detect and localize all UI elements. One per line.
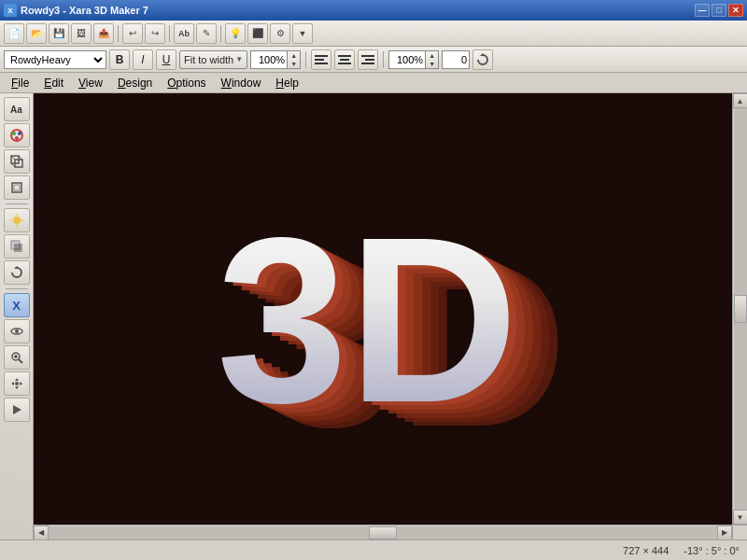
- light1-button[interactable]: 💡: [225, 23, 246, 44]
- zoom1-spin[interactable]: ▲ ▼: [288, 50, 301, 69]
- svg-rect-27: [14, 244, 22, 252]
- svg-point-21: [13, 217, 21, 224]
- light2-button[interactable]: ⬛: [247, 23, 268, 44]
- menu-options[interactable]: Options: [160, 75, 213, 91]
- animate-tool-button[interactable]: [4, 398, 30, 422]
- zoom2-up[interactable]: ▲: [429, 51, 435, 60]
- text-tool-button[interactable]: Aa: [4, 97, 30, 121]
- pan-tool-button[interactable]: [4, 371, 30, 396]
- sep-align: [305, 51, 306, 68]
- svg-marker-36: [15, 386, 19, 389]
- orbit-tool-button[interactable]: [4, 319, 30, 343]
- svg-marker-38: [20, 382, 22, 385]
- zoom2-value: 100%: [397, 54, 423, 65]
- canvas-svg: 3D 3D 3D 3D 3D 3D: [34, 93, 732, 525]
- svg-rect-8: [361, 63, 374, 64]
- sep3: [220, 25, 221, 42]
- zoom1-down[interactable]: ▼: [290, 60, 297, 68]
- menu-edit[interactable]: Edit: [36, 75, 71, 91]
- vscroll-track[interactable]: [734, 108, 747, 510]
- vscroll-up[interactable]: ▲: [733, 93, 748, 108]
- extrude-tool-button[interactable]: [4, 149, 30, 174]
- sep1: [118, 25, 119, 42]
- zoom2-spin[interactable]: ▲ ▼: [426, 50, 439, 69]
- app-icon: X: [4, 4, 17, 17]
- scroll-corner: [732, 525, 747, 539]
- rotate-tool-button[interactable]: [4, 260, 30, 285]
- zoom2-down[interactable]: ▼: [429, 60, 435, 68]
- zoom1-control: 100% ▲ ▼: [250, 50, 301, 69]
- new-button[interactable]: 📄: [4, 23, 24, 44]
- align-left-button[interactable]: [311, 49, 331, 70]
- rotate-button[interactable]: [472, 49, 493, 70]
- svg-point-39: [15, 382, 19, 385]
- svg-rect-7: [365, 59, 374, 61]
- zoom2-input[interactable]: 100%: [388, 50, 426, 69]
- more-button[interactable]: ▼: [292, 23, 313, 44]
- lt-sep1: [6, 203, 28, 204]
- svg-rect-2: [315, 63, 328, 64]
- lt-sep2: [6, 288, 28, 289]
- svg-marker-20: [14, 185, 20, 190]
- italic-button[interactable]: I: [133, 49, 153, 70]
- angle-input[interactable]: [442, 50, 470, 69]
- hscroll-left[interactable]: ◀: [34, 525, 49, 540]
- menu-window[interactable]: Window: [214, 75, 269, 91]
- bold-button[interactable]: B: [109, 49, 130, 70]
- vscroll-thumb[interactable]: [734, 295, 747, 323]
- svg-rect-1: [315, 59, 324, 61]
- hscroll-track[interactable]: [49, 526, 717, 539]
- redo-button[interactable]: ↪: [145, 23, 165, 44]
- menu-file[interactable]: File: [4, 75, 36, 91]
- canvas-dimensions: 727 × 444: [623, 545, 669, 556]
- left-toolbar: Aa X: [0, 93, 34, 539]
- toolbar2: RowdyHeavy B I U Fit to width ▼ 100% ▲ ▼…: [0, 47, 747, 73]
- svg-point-13: [15, 136, 19, 140]
- align-right-button[interactable]: [358, 49, 378, 70]
- underline-button[interactable]: U: [156, 49, 176, 70]
- font-selector[interactable]: RowdyHeavy: [4, 50, 106, 69]
- lighting-tool-button[interactable]: [4, 208, 30, 232]
- statusbar: 727 × 444 -13° : 5° : 0°: [0, 539, 747, 560]
- svg-point-11: [12, 132, 16, 135]
- cursor-button[interactable]: ✎: [196, 23, 217, 44]
- fit-width-label: Fit to width: [184, 54, 233, 65]
- hscroll-thumb[interactable]: [369, 526, 397, 539]
- canvas[interactable]: 3D 3D 3D 3D 3D 3D: [34, 93, 732, 525]
- zoom2-control: 100% ▲ ▼: [388, 50, 439, 69]
- shadow-tool-button[interactable]: [4, 234, 30, 259]
- menu-help[interactable]: Help: [268, 75, 306, 91]
- fit-to-width-button[interactable]: Fit to width ▼: [179, 50, 247, 69]
- svg-point-12: [18, 132, 21, 135]
- hscroll-right[interactable]: ▶: [717, 525, 732, 540]
- svg-rect-3: [338, 55, 351, 57]
- export2-button[interactable]: 📤: [93, 23, 114, 44]
- sep2: [169, 25, 170, 42]
- settings-button[interactable]: ⚙: [270, 23, 290, 44]
- maximize-button[interactable]: □: [712, 4, 726, 17]
- zoom1-input[interactable]: 100%: [250, 50, 288, 69]
- align-center-button[interactable]: [334, 49, 355, 70]
- color-tool-button[interactable]: [4, 123, 30, 147]
- close-button[interactable]: ✕: [728, 4, 743, 17]
- vertical-scrollbar[interactable]: ▲ ▼: [732, 93, 747, 525]
- vscroll-down[interactable]: ▼: [733, 510, 748, 525]
- export-button[interactable]: 🖼: [71, 23, 92, 44]
- undo-button[interactable]: ↩: [122, 23, 143, 44]
- menu-view[interactable]: View: [71, 75, 110, 91]
- svg-marker-35: [15, 378, 19, 381]
- xara-tool-button[interactable]: X: [4, 293, 30, 317]
- minimize-button[interactable]: —: [695, 4, 710, 17]
- bevel-tool-button[interactable]: [4, 175, 30, 200]
- svg-rect-0: [315, 55, 328, 57]
- zoom1-up[interactable]: ▲: [290, 51, 297, 60]
- title-bar-text: X Rowdy3 - Xara 3D Maker 7: [4, 4, 148, 17]
- svg-rect-5: [338, 63, 351, 64]
- save-button[interactable]: 💾: [49, 23, 69, 44]
- horizontal-scrollbar[interactable]: ◀ ▶: [34, 525, 732, 539]
- zoom-in-tool-button[interactable]: [4, 345, 30, 370]
- sep-zoom2: [383, 51, 384, 68]
- menu-design[interactable]: Design: [110, 75, 160, 91]
- text-style-button[interactable]: Ab: [174, 23, 194, 44]
- open-button[interactable]: 📂: [26, 23, 47, 44]
